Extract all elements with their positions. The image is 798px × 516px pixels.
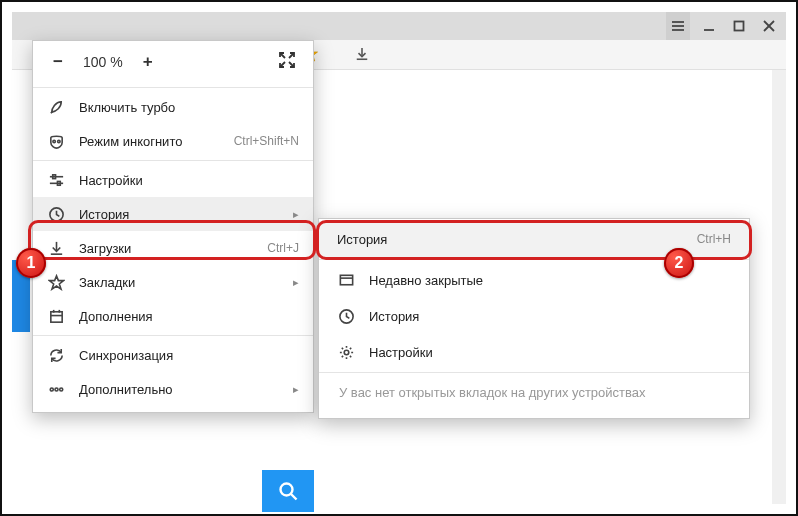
menu-bookmarks[interactable]: Закладки ▸ — [33, 265, 313, 299]
chevron-right-icon: ▸ — [293, 383, 299, 396]
scrollbar[interactable] — [772, 70, 786, 504]
search-button[interactable] — [262, 470, 314, 512]
svg-point-31 — [50, 387, 53, 390]
svg-point-33 — [59, 387, 62, 390]
submenu-history2[interactable]: История — [319, 298, 749, 334]
clock-icon — [47, 205, 65, 223]
separator — [319, 259, 749, 260]
menu-label: Загрузки — [79, 241, 253, 256]
separator — [33, 87, 313, 88]
menu-more[interactable]: Дополнительно ▸ — [33, 372, 313, 406]
menu-label: Включить турбо — [79, 100, 299, 115]
svg-point-10 — [281, 484, 293, 496]
menu-label: Настройки — [79, 173, 299, 188]
menu-turbo[interactable]: Включить турбо — [33, 90, 313, 124]
svg-rect-27 — [50, 311, 61, 321]
fullscreen-button[interactable] — [279, 52, 299, 72]
zoom-level: 100 % — [83, 54, 123, 70]
menu-label: Синхронизация — [79, 348, 299, 363]
titlebar — [12, 12, 786, 40]
separator — [33, 160, 313, 161]
zoom-in-button[interactable]: + — [137, 51, 159, 73]
gear-icon — [337, 343, 355, 361]
menu-label: Дополнения — [79, 309, 299, 324]
minimize-button[interactable] — [698, 15, 720, 37]
svg-point-37 — [344, 350, 349, 355]
menu-label: История — [337, 232, 683, 247]
app-frame: − 100 % + Включить турбо — [2, 2, 796, 514]
submenu-recent[interactable]: Недавно закрытые — [319, 262, 749, 298]
window-icon — [337, 271, 355, 289]
svg-marker-26 — [49, 275, 63, 288]
menu-label: Дополнительно — [79, 382, 279, 397]
svg-point-17 — [52, 140, 54, 142]
page-blue-accent — [12, 260, 30, 332]
menu-label: История — [369, 309, 731, 324]
shortcut: Ctrl+J — [267, 241, 299, 255]
svg-point-18 — [57, 140, 59, 142]
chevron-right-icon: ▸ — [293, 208, 299, 221]
menu-incognito[interactable]: Режим инкогнито Ctrl+Shift+N — [33, 124, 313, 158]
submenu-note: У вас нет открытых вкладок на других уст… — [319, 375, 749, 404]
close-button[interactable] — [758, 15, 780, 37]
hamburger-button[interactable] — [666, 12, 690, 40]
main-menu: − 100 % + Включить турбо — [32, 40, 314, 413]
menu-addons[interactable]: Дополнения — [33, 299, 313, 333]
star-icon — [47, 273, 65, 291]
rocket-icon — [47, 98, 65, 116]
mask-icon — [47, 132, 65, 150]
ellipsis-icon — [47, 380, 65, 398]
sync-icon — [47, 346, 65, 364]
calendar-icon — [47, 307, 65, 325]
download-icon — [47, 239, 65, 257]
menu-label: История — [79, 207, 279, 222]
separator — [33, 335, 313, 336]
menu-label: Закладки — [79, 275, 279, 290]
shortcut: Ctrl+H — [697, 232, 731, 246]
menu-label: Режим инкогнито — [79, 134, 220, 149]
zoom-row: − 100 % + — [33, 41, 313, 85]
sliders-icon — [47, 171, 65, 189]
downloads-icon-top[interactable] — [352, 44, 372, 64]
svg-rect-34 — [340, 275, 352, 284]
window-controls — [666, 12, 780, 40]
submenu-settings[interactable]: Настройки — [319, 334, 749, 370]
svg-line-11 — [291, 494, 297, 500]
menu-history[interactable]: История ▸ — [33, 197, 313, 231]
history-submenu: История Ctrl+H Недавно закрытые История … — [318, 218, 750, 419]
svg-point-32 — [54, 387, 57, 390]
menu-label: Недавно закрытые — [369, 273, 731, 288]
separator — [319, 372, 749, 373]
submenu-history[interactable]: История Ctrl+H — [319, 221, 749, 257]
shortcut: Ctrl+Shift+N — [234, 134, 299, 148]
maximize-button[interactable] — [728, 15, 750, 37]
menu-sync[interactable]: Синхронизация — [33, 338, 313, 372]
menu-settings[interactable]: Настройки — [33, 163, 313, 197]
menu-downloads[interactable]: Загрузки Ctrl+J — [33, 231, 313, 265]
svg-rect-4 — [735, 22, 744, 31]
clock-icon — [337, 307, 355, 325]
chevron-right-icon: ▸ — [293, 276, 299, 289]
menu-label: Настройки — [369, 345, 731, 360]
zoom-out-button[interactable]: − — [47, 51, 69, 73]
